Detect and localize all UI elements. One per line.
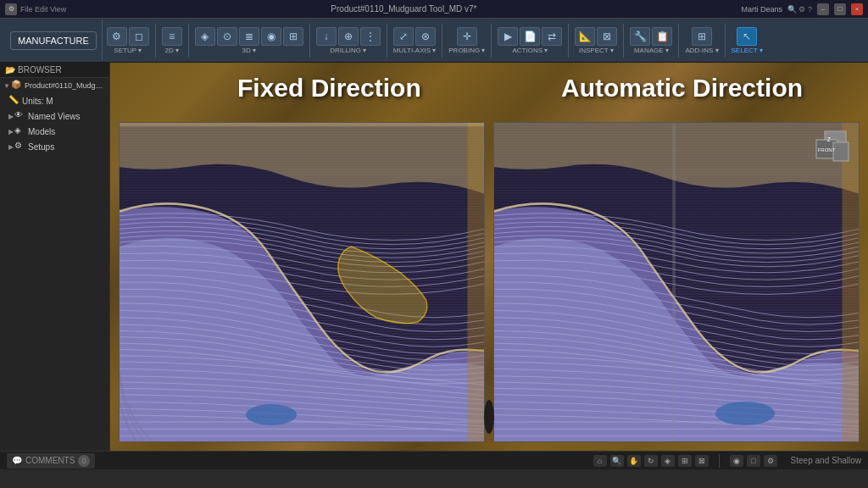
3d-contour-icon[interactable]: ◉: [261, 27, 281, 46]
simulate-icon[interactable]: ▶: [498, 27, 518, 46]
bore-icon[interactable]: ⊕: [338, 27, 359, 46]
inspect-label[interactable]: INSPECT ▾: [579, 47, 614, 54]
toolbar-multiaxis: ⤢ ⊛ MULTI-AXIS ▾: [391, 25, 439, 56]
named-views-label: Named Views: [28, 112, 81, 121]
divider7: [568, 24, 569, 58]
multiaxis-icon[interactable]: ⤢: [393, 27, 414, 46]
minimize-button[interactable]: –: [817, 3, 829, 15]
3d-label[interactable]: 3D ▾: [242, 47, 256, 54]
top-edge: [120, 123, 484, 126]
toolbar-addins: ⊞ ADD-INS ▾: [682, 25, 721, 56]
manage-label[interactable]: MANAGE ▾: [634, 47, 669, 54]
nav-grid[interactable]: ⊞: [678, 455, 692, 467]
toolbar-setup: ⚙ ◻ SETUP ▾: [104, 25, 152, 56]
nav-view[interactable]: ◈: [661, 455, 675, 467]
svg-text:Z: Z: [827, 136, 832, 142]
nav-home[interactable]: ⌂: [593, 455, 607, 467]
canvas-area[interactable]: Fixed Direction Automatic Direction: [110, 63, 868, 451]
sidebar: 📂 BROWSER ▼ 📦 Product#0110_Mudgua... 📏 U…: [0, 63, 110, 451]
product-label: Product#0110_Mudgua...: [25, 81, 106, 90]
comments-section[interactable]: 💬 COMMENTS 0: [7, 453, 95, 469]
display-shaded[interactable]: ◉: [730, 455, 743, 467]
select-label[interactable]: SELECT ▾: [732, 47, 763, 54]
addins-label[interactable]: ADD-INS ▾: [685, 47, 718, 54]
nav-zoom[interactable]: 🔍: [610, 455, 624, 467]
models-arrow: ▶: [8, 128, 14, 136]
maximize-button[interactable]: □: [834, 3, 846, 15]
viewport-fixed[interactable]: [119, 122, 485, 442]
stock-icon[interactable]: ◻: [129, 27, 149, 46]
select-icon[interactable]: ↖: [737, 27, 757, 46]
probing-label[interactable]: PROBING ▾: [448, 47, 485, 54]
manage-icon[interactable]: 📋: [652, 27, 672, 46]
black-knob: [484, 400, 494, 434]
2d-icon[interactable]: ≡: [162, 27, 182, 46]
addins-icon[interactable]: ⊞: [692, 27, 712, 46]
comments-count: 0: [78, 455, 90, 467]
tree-item-setups[interactable]: ▶ ⚙ Setups: [0, 139, 109, 154]
tree-item-units[interactable]: 📏 Units: M: [0, 93, 109, 108]
comments-icon: 💬: [12, 456, 22, 465]
nav-pan[interactable]: ✋: [627, 455, 641, 467]
toolbar-drilling: ↓ ⊕ ⋮ DRILLING ▾: [314, 25, 383, 56]
divider4: [387, 24, 387, 58]
toolbar-select: ↖ SELECT ▾: [729, 25, 765, 56]
divider-status: [719, 454, 720, 468]
blue-dot-left: [246, 404, 297, 425]
divider6: [491, 24, 492, 58]
divider2: [188, 24, 189, 58]
toolbar-main-icons: ⚙ ◻ SETUP ▾ ≡ 2D ▾ ◈ ⊙ ≣ ◉ ⊞ 3D ▾: [104, 24, 765, 58]
2d-label[interactable]: 2D ▾: [165, 47, 179, 54]
multiaxis-label[interactable]: MULTI-AXIS ▾: [393, 47, 437, 54]
post-icon[interactable]: 📄: [520, 27, 540, 46]
view-cube-svg: Z FRONT: [812, 127, 854, 169]
measure-icon[interactable]: 📐: [575, 27, 595, 46]
tree-item-named-views[interactable]: ▶ 👁 Named Views: [0, 108, 109, 124]
3d-parallel-icon[interactable]: ≣: [239, 27, 259, 46]
setup-icon[interactable]: ⚙: [107, 27, 127, 46]
manufacture-button[interactable]: MANUFACTURE: [10, 31, 97, 50]
toolbar-inspect: 📐 ⊠ INSPECT ▾: [572, 25, 620, 56]
thread-icon[interactable]: ⋮: [360, 27, 381, 46]
3d-adaptive-icon[interactable]: ◈: [195, 27, 215, 46]
browser-label: BROWSER: [18, 65, 62, 75]
tree-item-product[interactable]: ▼ 📦 Product#0110_Mudgua...: [0, 78, 109, 93]
tree-item-models[interactable]: ▶ ◈ Models: [0, 124, 109, 139]
nav-section[interactable]: ⊠: [695, 455, 709, 467]
right-wall: [467, 123, 484, 441]
display-wireframe[interactable]: □: [747, 455, 760, 467]
setup-label[interactable]: SETUP ▾: [114, 47, 142, 54]
display-options[interactable]: ⚙: [764, 455, 777, 467]
view-cube[interactable]: Z FRONT: [812, 127, 854, 169]
automatic-direction-svg: [494, 123, 859, 441]
menu-items: File Edit View: [20, 5, 66, 14]
toolbar-2d: ≡ 2D ▾: [159, 25, 185, 56]
drilling-label[interactable]: DRILLING ▾: [330, 47, 366, 54]
window-title: Product#0110_Mudguard Tool_MD v7*: [66, 4, 741, 14]
toolbar-probing: ✛ PROBING ▾: [446, 25, 487, 56]
models-icon: ◈: [14, 125, 26, 137]
bottom-bar: 💬 COMMENTS 0 ⌂ 🔍 ✋ ↻ ◈ ⊞ ⊠ ◉ □ ⚙ Steep a…: [0, 451, 868, 469]
blue-dot-right: [715, 402, 775, 425]
close-button[interactable]: ×: [851, 3, 863, 15]
window-icons: 🔍 ⚙ ?: [787, 5, 812, 14]
viewport-divider-line: [672, 123, 676, 441]
named-views-arrow: ▶: [8, 113, 14, 120]
tool-library-icon[interactable]: 🔧: [630, 27, 650, 46]
view-icons: ◉ □ ⚙: [730, 455, 777, 467]
drill-icon[interactable]: ↓: [316, 27, 337, 46]
toolbar-actions: ▶ 📄 ⇄ ACTIONS ▾: [495, 25, 565, 56]
nav-rotate[interactable]: ↻: [644, 455, 658, 467]
svg-rect-5: [833, 142, 849, 161]
swarf-icon[interactable]: ⊛: [415, 27, 436, 46]
3d-raster-icon[interactable]: ⊞: [283, 27, 303, 46]
3d-pocket-icon[interactable]: ⊙: [217, 27, 237, 46]
section-icon[interactable]: ⊠: [597, 27, 617, 46]
probe-icon[interactable]: ✛: [457, 27, 477, 46]
right-wall-r: [842, 123, 859, 441]
svg-text:FRONT: FRONT: [818, 147, 836, 152]
viewport-automatic[interactable]: Z FRONT: [493, 122, 860, 442]
actions-label[interactable]: ACTIONS ▾: [513, 47, 548, 54]
setups-arrow: ▶: [8, 143, 14, 151]
compare-icon[interactable]: ⇄: [542, 27, 562, 46]
